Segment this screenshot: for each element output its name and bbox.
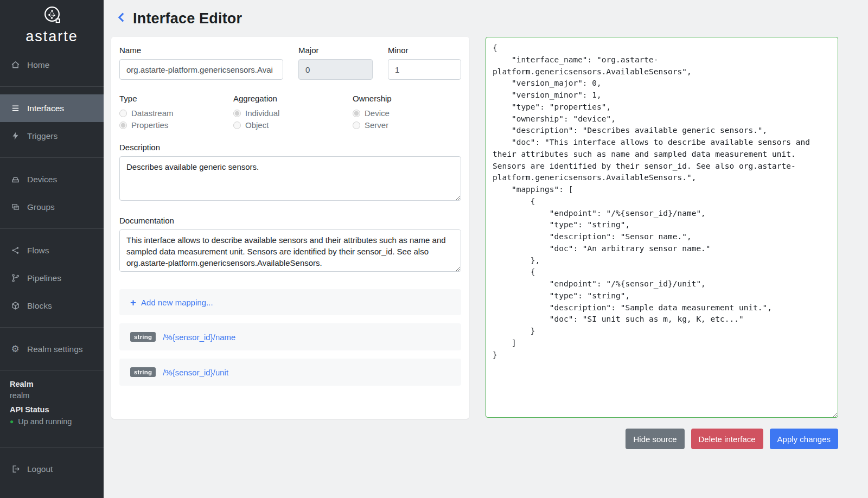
sidebar-item-label: Devices <box>27 175 57 184</box>
description-field: Description Describes available generic … <box>119 143 461 203</box>
apply-changes-button[interactable]: Apply changes <box>770 429 838 449</box>
documentation-field: Documentation This interface allows to d… <box>119 216 461 274</box>
name-label: Name <box>119 46 283 55</box>
astarte-logo-icon <box>42 4 62 27</box>
mapping-type-badge: string <box>130 367 156 377</box>
radio-label: Datastream <box>131 108 174 118</box>
logout-icon <box>10 464 21 475</box>
radio-label: Individual <box>245 108 279 118</box>
radio-label: Properties <box>131 120 168 130</box>
mapping-row-name[interactable]: string /%{sensor_id}/name <box>119 323 461 350</box>
properties-radio[interactable] <box>119 122 127 129</box>
back-button[interactable] <box>116 10 127 27</box>
mapping-type-badge: string <box>130 332 156 342</box>
sidebar-item-flows[interactable]: Flows <box>0 237 104 264</box>
minor-input[interactable] <box>388 59 461 80</box>
sidebar-nav: Home Interfaces Triggers Device <box>0 51 104 379</box>
flows-icon <box>10 245 21 256</box>
sidebar-item-pipelines[interactable]: Pipelines <box>0 264 104 292</box>
mapping-endpoint-link[interactable]: /%{sensor_id}/name <box>163 333 235 342</box>
logout-section: Logout <box>0 439 104 498</box>
server-radio[interactable] <box>353 122 360 129</box>
plus-icon: + <box>130 297 136 308</box>
source-panel: { "interface_name": "org.astarte-platfor… <box>486 37 838 449</box>
sidebar-item-home[interactable]: Home <box>0 51 104 79</box>
name-input[interactable] <box>119 59 283 80</box>
documentation-label: Documentation <box>119 216 461 225</box>
divider <box>0 371 104 371</box>
datastream-radio[interactable] <box>119 110 127 117</box>
sidebar-item-triggers[interactable]: Triggers <box>0 122 104 150</box>
aggregation-option-individual[interactable]: Individual <box>233 108 353 118</box>
realm-label: Realm <box>10 380 94 388</box>
sidebar-item-label: Realm settings <box>27 344 83 354</box>
bolt-icon <box>10 131 21 142</box>
documentation-textarea[interactable]: This interface allows to describe availa… <box>119 229 461 272</box>
aggregation-option-object[interactable]: Object <box>233 120 353 130</box>
mapping-endpoint-link[interactable]: /%{sensor_id}/unit <box>163 368 228 377</box>
divider <box>0 447 104 448</box>
sidebar-item-label: Blocks <box>27 301 52 311</box>
sidebar-item-devices[interactable]: Devices <box>0 165 104 193</box>
realm-name: realm <box>10 391 94 400</box>
realm-info: Realm realm API Status ● Up and running <box>0 379 104 426</box>
sidebar-item-label: Interfaces <box>27 104 64 113</box>
delete-interface-button[interactable]: Delete interface <box>691 429 763 449</box>
divider <box>0 86 104 87</box>
add-mapping-label: Add new mapping... <box>141 298 213 307</box>
sidebar-item-label: Flows <box>27 246 49 256</box>
aggregation-label: Aggregation <box>233 94 353 103</box>
sidebar-item-groups[interactable]: Groups <box>0 193 104 221</box>
ownership-option-server[interactable]: Server <box>353 120 461 130</box>
page-header: Interface Editor <box>116 8 838 29</box>
devices-icon <box>10 174 21 185</box>
brand-name: astarte <box>25 28 78 45</box>
sidebar: astarte Home Interfaces Triggers <box>0 0 104 498</box>
description-label: Description <box>119 143 461 152</box>
logout-button[interactable]: Logout <box>0 455 104 483</box>
radio-label: Object <box>245 120 269 130</box>
api-status-label: API Status <box>10 405 94 414</box>
sidebar-item-label: Home <box>27 60 49 70</box>
radio-label: Server <box>365 120 388 130</box>
groups-icon <box>10 202 21 213</box>
hide-source-button[interactable]: Hide source <box>626 429 684 449</box>
add-mapping-button[interactable]: + Add new mapping... <box>119 289 461 315</box>
sidebar-item-label: Groups <box>27 202 55 212</box>
major-input[interactable] <box>298 59 373 80</box>
gear-icon: ⚙ <box>10 344 21 355</box>
individual-radio[interactable] <box>233 110 241 117</box>
radio-groups-row: Type Datastream Properties Aggregation <box>119 94 461 130</box>
status-dot-icon: ● <box>10 418 14 425</box>
radio-label: Device <box>365 108 390 118</box>
mapping-row-unit[interactable]: string /%{sensor_id}/unit <box>119 359 461 386</box>
minor-label: Minor <box>388 46 461 55</box>
interface-source-editor[interactable]: { "interface_name": "org.astarte-platfor… <box>486 37 838 418</box>
major-label: Major <box>298 46 373 55</box>
sidebar-item-label: Pipelines <box>27 273 61 283</box>
sidebar-item-realm-settings[interactable]: ⚙ Realm settings <box>0 335 104 363</box>
api-status-value: Up and running <box>18 417 72 426</box>
logout-label: Logout <box>27 464 53 474</box>
home-icon <box>10 60 21 71</box>
ownership-label: Ownership <box>353 94 461 103</box>
interfaces-list-icon <box>10 103 21 114</box>
astarte-logo[interactable]: astarte <box>0 0 104 44</box>
device-radio[interactable] <box>353 110 360 117</box>
object-radio[interactable] <box>233 122 241 129</box>
name-version-row: Name Major Minor <box>119 46 461 80</box>
sidebar-item-blocks[interactable]: Blocks <box>0 292 104 320</box>
type-option-properties[interactable]: Properties <box>119 120 233 130</box>
ownership-option-device[interactable]: Device <box>353 108 461 118</box>
type-option-datastream[interactable]: Datastream <box>119 108 233 118</box>
divider <box>0 327 104 328</box>
sidebar-item-label: Triggers <box>27 131 58 141</box>
back-chevron-icon <box>116 10 127 27</box>
aggregation-group: Aggregation Individual Object <box>233 94 353 130</box>
type-label: Type <box>119 94 233 103</box>
divider <box>0 228 104 229</box>
sidebar-item-interfaces[interactable]: Interfaces <box>0 94 104 122</box>
description-textarea[interactable]: Describes available generic sensors. <box>119 156 461 201</box>
app-root: astarte Home Interfaces Triggers <box>0 0 868 498</box>
pipelines-icon <box>10 273 21 284</box>
